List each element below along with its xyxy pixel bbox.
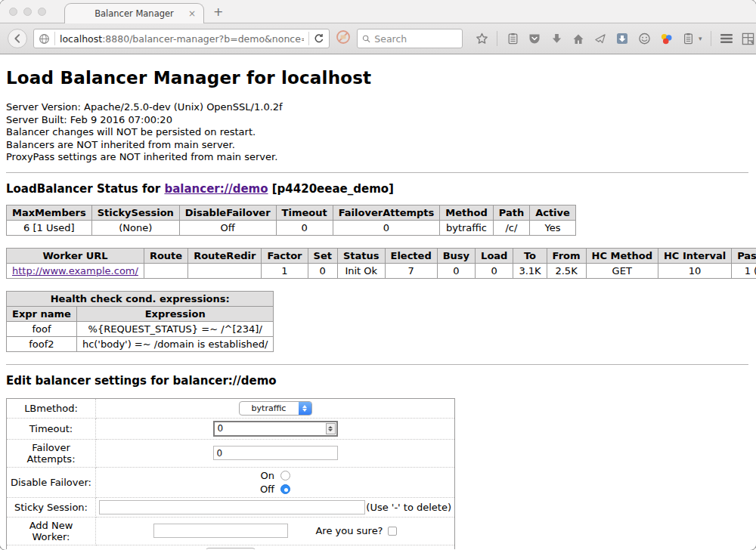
cell-status: Init Ok xyxy=(337,263,385,278)
disable-failover-on-radio[interactable] xyxy=(280,471,290,480)
cell-expr-name: foof2 xyxy=(7,336,77,351)
persist-note-line: Balancer changes will NOT be persisted o… xyxy=(6,126,748,139)
add-worker-input[interactable] xyxy=(153,524,288,538)
cell-hc-interval: 10 xyxy=(658,263,731,278)
cell-worker-url: http://www.example.com/ xyxy=(7,263,144,278)
timeout-input[interactable]: 0 xyxy=(213,421,338,437)
cell-method: bytraffic xyxy=(440,220,493,235)
col-status: Status xyxy=(337,248,385,263)
cell-expression: hc('body') =~ /domain is established/ xyxy=(76,336,274,351)
back-button[interactable] xyxy=(8,29,27,48)
cell-factor: 1 xyxy=(262,263,308,278)
table-header-row: Worker URL Route RouteRedir Factor Set S… xyxy=(7,248,756,263)
worker-url-link[interactable]: http://www.example.com/ xyxy=(12,265,138,277)
submit-button[interactable]: Submit xyxy=(206,548,256,550)
cell-route xyxy=(144,263,187,278)
url-input[interactable]: localhost:8880/balancer-manager?b=demo&n… xyxy=(33,29,330,48)
sticky-session-input[interactable] xyxy=(99,500,365,514)
globe-icon xyxy=(39,33,50,45)
cell-stickysession: (None) xyxy=(91,220,179,235)
col-set: Set xyxy=(308,248,337,263)
cell-routeredir xyxy=(188,263,262,278)
col-disablefailover: DisableFailover xyxy=(179,205,276,220)
minimize-window-button[interactable] xyxy=(23,8,32,16)
tile-tabs-extension-icon[interactable] xyxy=(742,32,755,45)
cell-failoverattempts: 0 xyxy=(333,220,440,235)
cell-passes: 1 (0) xyxy=(732,263,756,278)
bookmark-star-icon[interactable] xyxy=(475,32,488,45)
search-icon xyxy=(362,34,370,44)
table-header-row: Expr name Expression xyxy=(7,306,274,321)
content-blocked-icon[interactable] xyxy=(336,29,351,48)
col-active: Active xyxy=(530,205,576,220)
page-title: Load Balancer Manager for localhost xyxy=(6,68,748,88)
col-path: Path xyxy=(493,205,529,220)
tab-balancer-manager[interactable]: Balancer Manager × xyxy=(64,3,204,23)
cell-expr-name: foof xyxy=(7,321,77,336)
radio-on-label: On xyxy=(260,470,274,481)
url-text: localhost:8880/balancer-manager?b=demo&n… xyxy=(60,33,304,45)
cell-elected: 7 xyxy=(385,263,437,278)
colored-dots-extension-icon[interactable] xyxy=(659,32,673,45)
status-section-heading: LoadBalancer Status for balancer://demo … xyxy=(6,182,748,196)
table-header-row: MaxMembers StickySession DisableFailover… xyxy=(7,205,576,220)
browser-window: Balancer Manager × + localhost:8880/bala… xyxy=(0,0,756,550)
number-spinner-icon[interactable] xyxy=(326,423,336,434)
col-maxmembers: MaxMembers xyxy=(7,205,92,220)
zoom-window-button[interactable] xyxy=(38,8,46,16)
window-controls[interactable] xyxy=(9,8,46,16)
cell-path: /c/ xyxy=(493,220,529,235)
sticky-session-note: (Use '-' to delete) xyxy=(366,502,451,513)
menu-hamburger-icon[interactable] xyxy=(720,32,733,45)
disable-failover-label: Disable Failover: xyxy=(7,467,96,497)
col-stickysession: StickySession xyxy=(91,205,179,220)
health-check-table: Health check cond. expressions: Expr nam… xyxy=(6,291,274,352)
cell-hc-method: GET xyxy=(586,263,658,278)
col-load: Load xyxy=(476,248,513,263)
col-expression: Expression xyxy=(76,306,274,321)
timeout-value: 0 xyxy=(218,423,326,434)
col-expr-name: Expr name xyxy=(7,306,77,321)
col-hc-method: HC Method xyxy=(586,248,658,263)
col-failoverattempts: FailoverAttempts xyxy=(333,205,440,220)
failover-attempts-input[interactable] xyxy=(213,446,338,460)
search-bar[interactable] xyxy=(357,29,463,48)
new-tab-button[interactable]: + xyxy=(213,5,223,19)
pocket-icon[interactable] xyxy=(528,32,541,45)
status-heading-suffix: [p4420eeae_demo] xyxy=(268,182,394,196)
video-download-extension-icon[interactable] xyxy=(615,32,629,45)
feedback-smiley-icon[interactable] xyxy=(637,32,651,45)
table-row: 6 [1 Used] (None) Off 0 0 bytraffic /c/ … xyxy=(7,220,576,235)
clipboard-extension-icon[interactable] xyxy=(681,32,695,45)
chevron-down-icon[interactable]: ▾ xyxy=(699,35,702,42)
col-routeredir: RouteRedir xyxy=(188,248,262,263)
sticky-session-label: Sticky Session: xyxy=(7,497,96,517)
send-tab-icon[interactable] xyxy=(593,32,607,45)
lbmethod-select[interactable]: bytraffic xyxy=(239,401,312,416)
navigation-toolbar: localhost:8880/balancer-manager?b=demo&n… xyxy=(0,23,756,54)
downloads-icon[interactable] xyxy=(550,32,563,45)
reading-list-icon[interactable] xyxy=(506,32,519,45)
close-window-button[interactable] xyxy=(9,8,17,16)
col-route: Route xyxy=(144,248,187,263)
urlbar-divider xyxy=(308,32,309,45)
tab-bar: Balancer Manager × + xyxy=(0,0,756,23)
table-row: foof %{REQUEST_STATUS} =~ /^[234]/ xyxy=(7,321,274,336)
health-check-title: Health check cond. expressions: xyxy=(7,291,274,306)
col-elected: Elected xyxy=(385,248,437,263)
server-version-line: Server Version: Apache/2.5.0-dev (Unix) … xyxy=(6,101,748,114)
timeout-label: Timeout: xyxy=(7,418,96,439)
col-passes: Passes xyxy=(732,248,756,263)
table-title-row: Health check cond. expressions: xyxy=(7,291,274,306)
close-tab-icon[interactable]: × xyxy=(188,8,196,19)
search-input[interactable] xyxy=(374,33,457,45)
home-icon[interactable] xyxy=(572,32,585,45)
balancer-demo-link[interactable]: balancer://demo xyxy=(164,182,268,196)
disable-failover-off-radio[interactable] xyxy=(280,484,290,494)
toolbar-icons: ▾ xyxy=(475,31,755,46)
cell-active: Yes xyxy=(530,220,576,235)
are-you-sure-checkbox[interactable] xyxy=(388,527,397,536)
divider xyxy=(6,364,748,365)
toolbar-divider xyxy=(711,31,711,46)
reload-icon[interactable] xyxy=(314,33,324,44)
